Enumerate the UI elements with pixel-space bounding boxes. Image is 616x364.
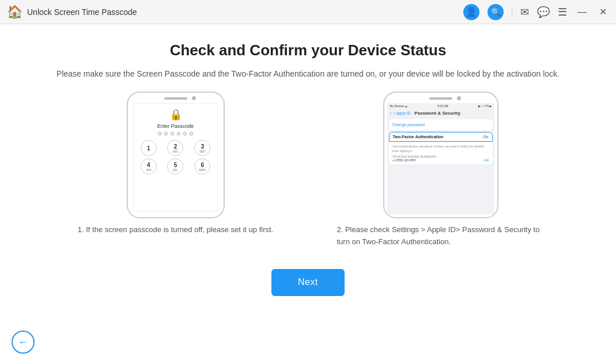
settings-card: Change password xyxy=(389,119,493,130)
dot-3 xyxy=(171,132,174,135)
trusted-edit-row: +1 (555) 123-4567 Edit xyxy=(392,158,489,162)
dot-5 xyxy=(183,132,187,135)
enter-passcode-label: Enter Passcode xyxy=(157,123,194,129)
minimize-button[interactable]: — xyxy=(575,7,589,17)
passcode-dots xyxy=(158,132,193,135)
search-icon: 🔍 xyxy=(491,7,501,17)
chat-button[interactable]: 💬 xyxy=(537,6,550,18)
dot-6 xyxy=(190,132,193,135)
settings-header: ‹ < Apple ID Password & Security xyxy=(387,109,494,117)
app-icon: 🏠 xyxy=(7,5,22,20)
phone-mockup-passcode: 🔒 Enter Passcode 1 2ABC 3DEF 4 xyxy=(127,92,225,218)
key-1: 1 xyxy=(141,140,157,156)
close-icon: ✕ xyxy=(599,7,607,17)
minimize-icon: — xyxy=(577,7,587,17)
two-factor-row: Two-Factor Authentication On xyxy=(389,132,493,142)
columns: 🔒 Enter Passcode 1 2ABC 3DEF 4 xyxy=(35,92,581,248)
dot-4 xyxy=(177,132,180,135)
bottom-bar: Next xyxy=(35,260,581,302)
keypad: 1 2ABC 3DEF 4GHI 5JKL 6MNO xyxy=(137,140,215,175)
back-arrow-icon: ‹ xyxy=(390,111,392,116)
settings-info: Your trusted devices and phone numbers a… xyxy=(389,142,493,164)
back-button[interactable]: ← xyxy=(12,331,35,354)
phone-speaker2 xyxy=(429,97,452,100)
separator xyxy=(512,6,512,18)
avatar-button[interactable]: 👤 xyxy=(463,4,479,20)
phone-mockup-settings: No Service ☁ 8:22 AM ▶ ‣ 77%■ ‹ < Apple … xyxy=(383,92,498,218)
page-subtitle: Please make sure the Screen Passcode and… xyxy=(35,67,581,80)
search-button[interactable]: 🔍 xyxy=(487,4,504,20)
status-left: No Service ☁ xyxy=(390,104,408,108)
lock-icon: 🔒 xyxy=(169,108,182,121)
mail-button[interactable]: ✉ xyxy=(520,6,529,18)
titlebar-title: Unlock Screen Time Passcode xyxy=(27,7,459,17)
apple-id-label: < Apple ID xyxy=(393,111,410,115)
mail-icon: ✉ xyxy=(520,6,529,18)
status-bar: No Service ☁ 8:22 AM ▶ ‣ 77%■ xyxy=(387,103,494,109)
chat-icon: 💬 xyxy=(537,6,550,18)
column-settings: No Service ☁ 8:22 AM ▶ ‣ 77%■ ‹ < Apple … xyxy=(320,92,562,248)
trusted-phone-number: +1 (555) 123-4567 xyxy=(392,158,416,162)
menu-button[interactable]: ☰ xyxy=(558,6,567,18)
key-2: 2ABC xyxy=(167,140,183,156)
status-right: ▶ ‣ 77%■ xyxy=(478,104,492,108)
status-time: 8:22 AM xyxy=(437,104,448,108)
settings-info-text: Your trusted devices and phone numbers a… xyxy=(392,145,489,153)
titlebar-actions: 👤 🔍 ✉ 💬 ☰ — ✕ xyxy=(463,4,609,20)
phone-camera2 xyxy=(457,96,461,100)
key-4: 4GHI xyxy=(141,158,157,175)
phone-screen-settings: No Service ☁ 8:22 AM ▶ ‣ 77%■ ‹ < Apple … xyxy=(387,103,494,214)
two-factor-value: On xyxy=(483,135,488,139)
key-5: 5JKL xyxy=(167,158,183,175)
key-6: 6MNO xyxy=(194,158,210,175)
caption-2: 2. Please check Settings > Apple ID> Pas… xyxy=(337,224,545,248)
phone-speaker xyxy=(164,97,187,100)
phone-camera xyxy=(192,96,196,100)
two-factor-label: Two-Factor Authentication xyxy=(393,135,444,139)
dot-1 xyxy=(158,132,161,135)
menu-icon: ☰ xyxy=(558,6,567,18)
back-arrow-icon: ← xyxy=(18,336,28,348)
phone-screen-passcode: 🔒 Enter Passcode 1 2ABC 3DEF 4 xyxy=(134,103,218,211)
settings-header-title: Password & Security xyxy=(414,111,460,116)
close-button[interactable]: ✕ xyxy=(597,6,609,17)
key-3: 3DEF xyxy=(194,140,210,156)
change-password: Change password xyxy=(392,122,489,128)
avatar-icon: 👤 xyxy=(466,6,477,17)
titlebar: 🏠 Unlock Screen Time Passcode 👤 🔍 ✉ 💬 ☰ … xyxy=(0,0,616,24)
dot-2 xyxy=(164,132,168,135)
next-button[interactable]: Next xyxy=(271,269,345,296)
edit-label: Edit xyxy=(484,158,489,162)
main-content: Check and Confirm your Device Status Ple… xyxy=(0,24,616,302)
column-passcode: 🔒 Enter Passcode 1 2ABC 3DEF 4 xyxy=(55,92,297,236)
page-title: Check and Confirm your Device Status xyxy=(35,41,581,59)
caption-1: 1. If the screen passcode is turned off,… xyxy=(78,224,273,236)
